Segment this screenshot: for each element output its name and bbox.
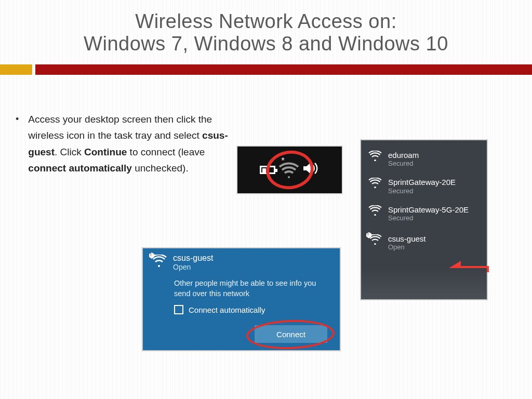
instr-b3: connect automatically — [28, 163, 132, 174]
connect-header: csus-guest Open — [151, 254, 331, 271]
title-line-2: Windows 7, Windows 8 and Windows 10 — [84, 33, 448, 55]
wifi-list-item[interactable]: eduroamSecured — [361, 145, 487, 172]
title-line-1: Wireless Network Access on: — [135, 10, 396, 32]
instr-mid1: . Click — [55, 147, 84, 157]
connect-network-name: csus-guest — [173, 254, 213, 263]
wifi-list-item[interactable]: SprintGateway-5G-20ESecured — [361, 200, 487, 227]
wifi-icon — [368, 234, 382, 247]
connect-auto-checkbox[interactable] — [174, 305, 183, 314]
connect-button[interactable]: Connect — [255, 325, 327, 343]
wifi-item-status: Secured — [388, 159, 419, 167]
wifi-item-status: Secured — [388, 187, 456, 195]
wifi-icon — [368, 151, 382, 163]
taskbar-screenshot: * — [236, 145, 343, 194]
instr-post: unchecked). — [132, 163, 189, 174]
wifi-item-status: Secured — [388, 214, 469, 222]
wifi-list-item[interactable]: SprintGateway-20ESecured — [361, 172, 487, 200]
slide-title: Wireless Network Access on: Windows 7, W… — [0, 0, 532, 64]
red-arrow-annotation — [447, 261, 489, 276]
wifi-item-name: eduroam — [388, 151, 419, 159]
connect-panel: csus-guest Open Other people might be ab… — [142, 247, 341, 351]
connect-network-status: Open — [173, 263, 213, 271]
wifi-item-name: SprintGateway-20E — [388, 178, 456, 187]
connect-auto-label: Connect automatically — [189, 305, 265, 314]
bullet-icon: • — [16, 111, 19, 124]
wifi-item-status: Open — [388, 243, 426, 251]
wifi-icon — [368, 178, 382, 190]
accent-gold — [0, 64, 32, 75]
instruction-text: Access your desktop screen then click th… — [28, 111, 234, 176]
accent-red — [35, 64, 532, 75]
instruction-bullet: • Access your desktop screen then click … — [16, 111, 234, 176]
wifi-open-icon — [151, 255, 167, 269]
red-circle-annotation — [263, 148, 316, 192]
instr-pre: Access your desktop screen then click th… — [28, 114, 212, 141]
accent-bar — [0, 64, 532, 75]
wifi-icon — [368, 205, 382, 218]
wifi-item-name: csus-guest — [388, 234, 426, 243]
wifi-item-name: SprintGateway-5G-20E — [388, 205, 469, 214]
connect-auto-row[interactable]: Connect automatically — [174, 305, 331, 314]
wifi-list-item[interactable]: csus-guestOpen — [361, 227, 487, 256]
wifi-network-list: eduroamSecuredSprintGateway-20ESecuredSp… — [360, 139, 488, 300]
connect-warning-text: Other people might be able to see info y… — [174, 278, 325, 299]
instr-b2: Continue — [84, 147, 127, 157]
instr-mid2: to connect (leave — [127, 147, 205, 157]
